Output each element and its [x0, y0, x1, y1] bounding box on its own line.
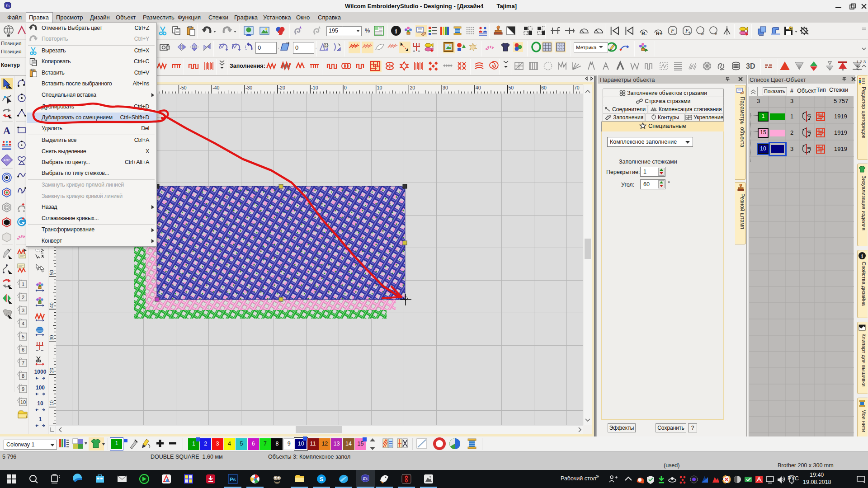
svg-text:9: 9	[22, 386, 24, 392]
svg-text:-: -	[701, 32, 703, 37]
svg-text:50: 50	[509, 85, 514, 90]
svg-text:2: 2	[22, 295, 24, 300]
svg-text:10: 10	[377, 85, 382, 90]
svg-text:40: 40	[476, 85, 481, 90]
svg-text:5: 5	[22, 334, 24, 339]
svg-text:R-: R-	[642, 31, 647, 36]
svg-text:Метрика: Метрика	[576, 45, 597, 50]
svg-text:★: ★	[789, 27, 792, 31]
svg-text:+: +	[688, 30, 691, 35]
svg-text:-: -	[674, 30, 675, 35]
svg-text:0: 0	[344, 85, 347, 90]
svg-text:30: 30	[443, 85, 448, 90]
svg-text:10: 10	[20, 399, 26, 405]
svg-text:40: 40	[49, 302, 54, 308]
svg-text:-50: -50	[180, 85, 187, 90]
svg-text:6: 6	[22, 347, 24, 352]
svg-text:10: 10	[325, 44, 329, 47]
svg-text:-30: -30	[245, 85, 252, 90]
svg-text:60: 60	[541, 85, 547, 90]
svg-text:20: 20	[49, 368, 54, 373]
svg-text:-20: -20	[278, 85, 285, 90]
svg-text:Ps: Ps	[230, 477, 236, 482]
svg-text:ABC: ABC	[3, 159, 10, 162]
svg-text:A: A	[3, 125, 11, 136]
svg-text:7: 7	[22, 360, 24, 366]
svg-text:-40: -40	[212, 85, 219, 90]
svg-text:8: 8	[22, 373, 24, 379]
svg-text:50: 50	[49, 270, 54, 275]
svg-text:+: +	[714, 32, 717, 37]
svg-text:3: 3	[22, 308, 24, 313]
svg-text:R+: R+	[656, 31, 662, 36]
svg-text:-10: -10	[311, 85, 318, 90]
svg-text:S: S	[320, 476, 324, 483]
svg-text:Es: Es	[5, 4, 10, 8]
svg-text:70: 70	[574, 85, 580, 90]
svg-text:10: 10	[49, 400, 54, 406]
svg-text:3D: 3D	[746, 62, 755, 70]
svg-text:Es: Es	[363, 476, 368, 481]
svg-text:20: 20	[410, 85, 415, 90]
svg-text:4: 4	[22, 321, 24, 326]
svg-text:1: 1	[22, 282, 24, 287]
svg-text:i: i	[395, 28, 397, 35]
svg-text:30: 30	[49, 335, 54, 341]
